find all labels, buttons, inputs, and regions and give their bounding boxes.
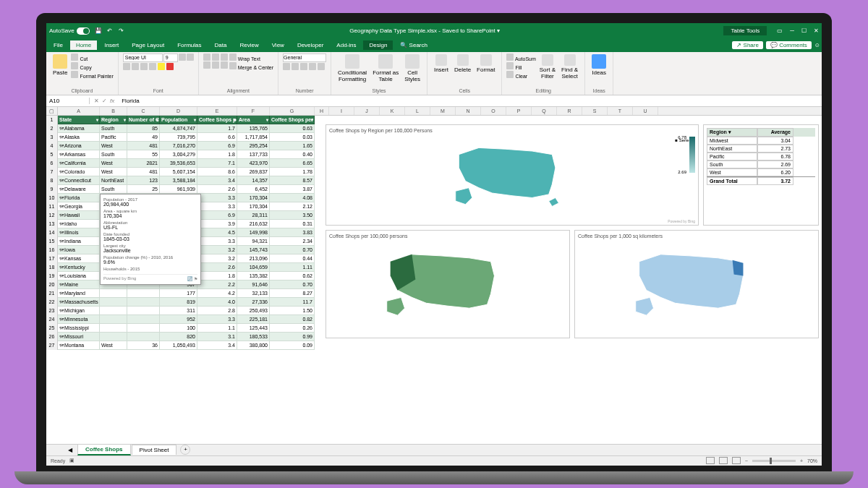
table-header[interactable]: Population xyxy=(160,116,197,124)
table-cell[interactable]: Kentucky xyxy=(58,263,100,272)
table-header[interactable]: Number of Coffee Shops xyxy=(127,116,160,124)
column-header[interactable]: P xyxy=(506,107,532,115)
row-header[interactable]: 6 xyxy=(46,159,58,168)
table-row[interactable]: CaliforniaWest282139,536,6537.1423,9706.… xyxy=(58,159,315,168)
table-cell[interactable]: 6,452 xyxy=(237,185,270,194)
table-cell[interactable]: 820 xyxy=(160,333,197,341)
table-cell[interactable]: 1.11 xyxy=(270,263,315,272)
table-cell[interactable]: 3.50 xyxy=(270,211,315,220)
table-row[interactable]: Minnesota9523.3225,1810.82 xyxy=(58,315,315,324)
copy-button[interactable]: Copy xyxy=(71,62,113,70)
table-cell[interactable]: 0.82 xyxy=(270,315,315,324)
table-cell[interactable]: Maine xyxy=(58,281,100,289)
table-cell[interactable] xyxy=(127,333,160,341)
table-cell[interactable]: Iowa xyxy=(58,246,100,254)
row-header[interactable]: 9 xyxy=(46,185,58,194)
row-header[interactable]: 10 xyxy=(46,194,58,202)
row-header[interactable]: 23 xyxy=(46,307,58,315)
maximize-icon[interactable]: ☐ xyxy=(801,27,807,34)
tab-developer[interactable]: Developer xyxy=(292,40,329,50)
table-cell[interactable]: 6.6 xyxy=(197,133,237,142)
merge-center-button[interactable]: Merge & Center xyxy=(229,62,273,70)
column-header[interactable]: B xyxy=(100,107,127,115)
zoom-out-icon[interactable]: − xyxy=(745,458,748,463)
table-cell[interactable]: 0.62 xyxy=(270,272,315,281)
decrease-decimal-icon[interactable] xyxy=(318,63,325,70)
save-icon[interactable]: 💾 xyxy=(94,27,103,35)
table-cell[interactable]: 216,632 xyxy=(237,220,270,228)
format-cells-button[interactable]: Format xyxy=(475,53,497,74)
sheet-tab-pivot[interactable]: Pivot Sheet xyxy=(132,445,177,455)
insert-cells-button[interactable]: Insert xyxy=(432,53,451,74)
table-cell[interactable]: Delaware xyxy=(58,185,100,194)
conditional-formatting-button[interactable]: Conditional Formatting xyxy=(336,53,369,83)
table-cell[interactable]: 0.70 xyxy=(270,246,315,254)
table-cell[interactable]: 3.3 xyxy=(197,202,237,211)
table-row[interactable]: DelawareSouth25961,9392.66,4523.87 xyxy=(58,185,315,194)
table-cell[interactable]: Missouri xyxy=(58,333,100,341)
column-header[interactable]: G xyxy=(270,107,315,115)
table-cell[interactable]: 1.50 xyxy=(270,307,315,315)
font-color-icon[interactable] xyxy=(166,63,174,70)
tab-view[interactable]: View xyxy=(266,40,290,50)
table-cell[interactable]: Florida xyxy=(58,194,100,202)
pivot-row[interactable]: Pacific6.78 xyxy=(707,153,815,160)
table-row[interactable]: Maryland1774.232,1338.27 xyxy=(58,289,315,298)
add-sheet-button[interactable]: + xyxy=(180,445,190,455)
name-box[interactable]: A10 xyxy=(46,98,90,104)
table-cell[interactable]: 3,004,279 xyxy=(160,150,197,159)
page-break-view-icon[interactable] xyxy=(732,457,741,464)
table-cell[interactable]: West xyxy=(100,159,127,168)
datacard-field[interactable]: Population change (%) - 2010, 20169.6% xyxy=(103,255,197,265)
table-cell[interactable]: West xyxy=(100,142,127,150)
page-layout-view-icon[interactable] xyxy=(719,457,728,464)
table-cell[interactable]: Connecticut xyxy=(58,176,100,185)
delete-cells-button[interactable]: Delete xyxy=(452,53,473,74)
sort-filter-button[interactable]: Sort & Filter xyxy=(537,53,558,80)
redo-icon[interactable]: ↷ xyxy=(117,27,126,35)
datacard-field[interactable]: Date founded1845-03-03 xyxy=(103,232,197,241)
pivot-summary[interactable]: Region ▾ Average Midwest3.04NorthEast2.7… xyxy=(703,124,819,226)
pivot-header-average[interactable]: Average xyxy=(757,128,793,137)
row-header[interactable]: 1 xyxy=(46,116,58,124)
table-cell[interactable]: 4.0 xyxy=(197,298,237,307)
row-header[interactable]: 7 xyxy=(46,168,58,176)
table-cell[interactable]: Illinois xyxy=(58,228,100,237)
column-header[interactable]: T xyxy=(608,107,633,115)
comma-icon[interactable] xyxy=(300,63,307,70)
cut-button[interactable]: Cut xyxy=(71,53,113,61)
table-row[interactable]: Mississippi1001.1125,4430.26 xyxy=(58,324,315,333)
table-cell[interactable] xyxy=(127,289,160,298)
table-cell[interactable]: 149,998 xyxy=(237,228,270,237)
decrease-font-icon[interactable] xyxy=(187,53,194,61)
table-cell[interactable]: 8.57 xyxy=(270,176,315,185)
column-header[interactable]: I xyxy=(329,107,354,115)
table-cell[interactable]: NorthEast xyxy=(100,176,127,185)
table-cell[interactable]: 0.09 xyxy=(270,341,315,350)
table-cell[interactable]: 123 xyxy=(127,176,160,185)
table-row[interactable]: Missouri8203.1180,5330.99 xyxy=(58,333,315,341)
row-header[interactable]: 14 xyxy=(46,228,58,237)
table-cell[interactable]: 1,050,493 xyxy=(160,341,197,350)
table-cell[interactable]: 1.8 xyxy=(197,272,237,281)
datacard-field[interactable]: Households - 2015 xyxy=(103,267,197,271)
ribbon-options-icon[interactable]: ▭ xyxy=(777,27,783,34)
clear-button[interactable]: Clear xyxy=(506,71,535,79)
row-header[interactable]: 22 xyxy=(46,298,58,307)
table-cell[interactable]: 4.08 xyxy=(270,194,315,202)
table-cell[interactable]: 32,133 xyxy=(237,289,270,298)
table-cell[interactable]: Colorado xyxy=(58,168,100,176)
table-cell[interactable]: Hawaii xyxy=(58,211,100,220)
table-cell[interactable]: California xyxy=(58,159,100,168)
table-cell[interactable]: 2.6 xyxy=(197,185,237,194)
document-title[interactable]: Geography Data Type Simple.xlsx - Saved … xyxy=(130,27,720,34)
datacard-field[interactable]: Largest cityJacksonville xyxy=(103,244,197,253)
column-header[interactable]: R xyxy=(557,107,582,115)
table-cell[interactable]: 170,304 xyxy=(237,194,270,202)
row-header[interactable]: 13 xyxy=(46,220,58,228)
format-painter-button[interactable]: Format Painter xyxy=(71,71,113,79)
align-top-icon[interactable] xyxy=(203,53,210,61)
zoom-level[interactable]: 70% xyxy=(807,458,817,463)
table-header[interactable]: Coffee Shops per 1,000 square kms xyxy=(270,116,315,124)
format-as-table-button[interactable]: Format as Table xyxy=(370,53,401,83)
